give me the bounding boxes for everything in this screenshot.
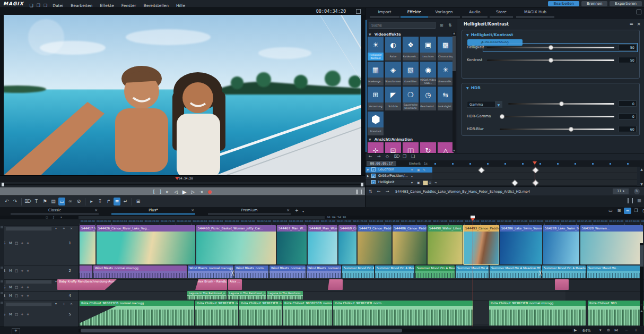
mouse-mode-icon[interactable]: ▭: [58, 198, 65, 205]
timeline-clip[interactable]: Summer Mood On A Meadow Of Flower: [490, 266, 541, 278]
keyframe-icon[interactable]: +: [27, 241, 29, 245]
next-frame-icon[interactable]: ▷: [192, 190, 195, 194]
tab-effekte[interactable]: Effekte: [403, 10, 426, 14]
dropdown-icon[interactable]: ▾: [411, 168, 413, 172]
paste-keyframe-icon[interactable]: ❏: [411, 154, 415, 159]
effect-tile-gaussian-blur[interactable]: ❍Gauss'sche Unschärfe: [403, 87, 419, 110]
tab-menu-icon[interactable]: ▾: [302, 209, 304, 213]
snap-icon[interactable]: ≡: [114, 198, 120, 205]
timeline-clip[interactable]: Ibiza Chillout_983823EB_normal...: [283, 301, 332, 326]
track-checkbox[interactable]: ✓: [371, 174, 376, 178]
filter-icon[interactable]: ⇅: [448, 23, 452, 28]
slider-track[interactable]: [500, 116, 614, 117]
pen-icon[interactable]: ✎: [423, 168, 425, 172]
expander-icon[interactable]: ▶: [367, 174, 369, 177]
add-track-icon[interactable]: +: [12, 328, 20, 334]
timeline-clip[interactable]: Summer Mood On A Me...: [456, 266, 489, 278]
preview-range-bar[interactable]: [0, 182, 365, 187]
track-minimize-icon[interactable]: [1, 280, 3, 282]
track-menu-icon[interactable]: ▾: [55, 279, 57, 283]
next-object-icon[interactable]: →: [386, 189, 389, 194]
scroll-up-icon[interactable]: ▲: [452, 32, 456, 35]
track-checkbox[interactable]: ✓: [371, 180, 376, 184]
tab-import[interactable]: Import: [372, 10, 397, 14]
slider-thumb[interactable]: [549, 58, 553, 63]
crossfade-icon[interactable]: ╳: [231, 271, 234, 276]
redo-icon[interactable]: ↷: [12, 198, 19, 205]
transition-icon[interactable]: +: [21, 269, 23, 273]
effect-tile-lens-flare[interactable]: ✳Linsenrefle...: [438, 62, 454, 85]
animation-tile-perspective[interactable]: △: [438, 142, 454, 153]
timeline-clip[interactable]: Summer Mood On A Meadow...: [375, 266, 414, 278]
keyframe-diamond[interactable]: [532, 179, 539, 186]
exchange-icon[interactable]: ↱: [105, 198, 112, 205]
timeline-clip[interactable]: Laguna In The Rainfores...: [267, 291, 303, 299]
list-view-icon[interactable]: ≡: [624, 208, 631, 214]
slider-thumb[interactable]: [569, 127, 573, 132]
record-icon[interactable]: ●: [207, 189, 212, 194]
track-zoom-in-icon[interactable]: +: [640, 309, 643, 313]
keyframe-icon[interactable]: +: [27, 312, 29, 316]
add-track-icon[interactable]: +: [63, 302, 65, 305]
stack-view-icon[interactable]: ❐: [632, 208, 640, 214]
track-minimize-icon[interactable]: [1, 226, 3, 228]
gamma-dropdown[interactable]: Gamma: [467, 101, 495, 108]
title-text-icon[interactable]: T: [33, 198, 40, 205]
section-videoeffekte[interactable]: ▼Videoeffekte: [369, 32, 401, 37]
range-icon[interactable]: ▤: [50, 198, 57, 205]
detach-view-icon[interactable]: ▢: [641, 208, 644, 214]
effect-tile-color[interactable]: ◐Farbe: [385, 37, 401, 61]
curve-edit-icon[interactable]: ↵: [122, 198, 129, 205]
playback-mode-icon[interactable]: ▸: [88, 198, 95, 205]
animation-tile-position-size[interactable]: ⊹: [368, 142, 384, 153]
grid-view-icon[interactable]: ⊞: [440, 23, 443, 28]
prev-keyframe-icon[interactable]: ←: [369, 154, 372, 159]
track-minimize-icon[interactable]: [1, 292, 3, 294]
timeline-clip[interactable]: Alex ...: [228, 279, 242, 290]
brennen-button[interactable]: Brennen: [581, 1, 607, 6]
range-in-handle[interactable]: [2, 183, 4, 186]
timeline-clip[interactable]: Ibiza Chillout_983823EB_normal.mxcogg: [489, 301, 586, 326]
delete-keyframe-icon[interactable]: ⌦: [394, 154, 400, 159]
preview-scrubber[interactable]: 04:34:20: [0, 175, 365, 183]
transition-icon[interactable]: +: [21, 294, 23, 298]
tab-store[interactable]: Store: [492, 10, 511, 14]
animation-tile-section-crop[interactable]: ⊡: [385, 142, 401, 153]
effect-tile-brightness-contrast[interactable]: ☀Helligkeit/ Kontrast: [368, 37, 384, 61]
animation-tile-camera-zoom[interactable]: ◫: [403, 142, 419, 153]
remove-track-icon[interactable]: ×: [70, 302, 73, 305]
lock-icon[interactable]: □: [15, 294, 18, 298]
box-icon[interactable]: ▣: [417, 181, 420, 184]
bearbeiten-button[interactable]: Bearbeiten: [548, 1, 579, 6]
timeline-clip[interactable]: Ibiza Chillout_983823EB_nor...: [195, 301, 238, 326]
dropdown-arrow-icon[interactable]: ▼: [495, 101, 502, 108]
color-swatch[interactable]: [423, 181, 428, 185]
lock-icon[interactable]: □: [15, 269, 18, 273]
timeline-clip[interactable]: [80, 266, 92, 278]
new-tab-icon[interactable]: +: [295, 208, 299, 213]
effect-tile-stamp-shapes[interactable]: ◈Stanzformen: [385, 62, 401, 85]
close-tab-icon[interactable]: ×: [286, 208, 290, 212]
panel-close-icon[interactable]: ×: [637, 21, 641, 27]
mixer-icon[interactable]: ▦: [637, 198, 641, 203]
zoom-level-value[interactable]: 64%: [582, 329, 591, 333]
mute-button[interactable]: M: [9, 241, 12, 245]
keyframe-diamond[interactable]: [532, 167, 539, 174]
ungroup-icon[interactable]: ⊘: [75, 198, 82, 205]
add-keyframe-icon[interactable]: ◇: [386, 154, 389, 159]
monitor-view-icon[interactable]: ▭: [607, 208, 614, 214]
timeline-clip[interactable]: Summer Mood On...: [587, 266, 643, 278]
timeline-clip[interactable]: Ibiza Chillout_983...: [588, 301, 644, 326]
track-minimize-icon[interactable]: [1, 267, 3, 269]
keyframe-ruler[interactable]: 00:00:05:17 Einheit: 1s: [365, 160, 644, 167]
float-panel-icon[interactable]: [637, 10, 641, 14]
transition-icon[interactable]: +: [21, 241, 23, 245]
insert-mode-icon[interactable]: ↧: [97, 198, 103, 205]
project-tab-premium[interactable]: Premium×: [208, 207, 291, 215]
loop-icon[interactable]: ↻: [634, 189, 640, 194]
track-zoom-out-icon[interactable]: −: [640, 303, 643, 306]
menu-datei[interactable]: Datei: [53, 3, 63, 8]
menu-effekte[interactable]: Effekte: [100, 3, 114, 8]
tab-magix-hub[interactable]: MAGIX Hub: [518, 10, 552, 14]
eye-icon[interactable]: ⊙: [429, 181, 431, 184]
